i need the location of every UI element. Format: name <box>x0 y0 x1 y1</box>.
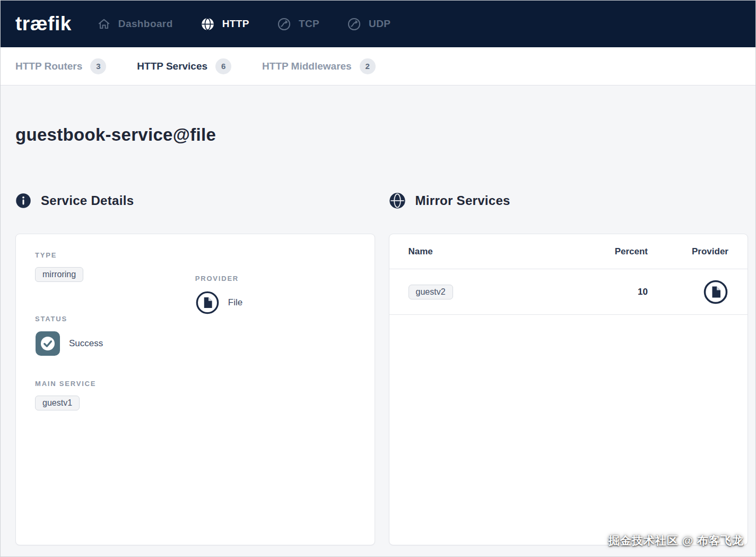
globe-icon <box>389 192 406 209</box>
cards-row: TYPE mirroring PROVIDER <box>15 234 748 545</box>
mirror-services-card: Name Percent Provider guestv2 10 <box>389 234 749 545</box>
provider-field: PROVIDER File <box>195 275 355 315</box>
home-icon <box>97 17 111 31</box>
count-badge: 6 <box>215 58 231 74</box>
table-row[interactable]: guestv2 10 <box>389 269 748 315</box>
tab-label: HTTP Middlewares <box>262 61 352 72</box>
globe-icon <box>201 17 215 31</box>
service-details-card: TYPE mirroring PROVIDER <box>15 234 375 545</box>
main-content: guestbook-service@file Service Details <box>1 85 755 556</box>
status-label: STATUS <box>35 315 355 323</box>
section-headings-row: Service Details Mirror Services <box>15 192 748 210</box>
nav-item-label: HTTP <box>222 18 249 30</box>
nav-item-label: Dashboard <box>118 18 173 30</box>
type-value-chip: mirroring <box>35 267 83 282</box>
column-header-name: Name <box>409 246 595 257</box>
mirror-services-title: Mirror Services <box>415 193 510 208</box>
nav-item-dashboard[interactable]: Dashboard <box>97 17 173 31</box>
tab-http-routers[interactable]: HTTP Routers 3 <box>15 58 106 74</box>
mirror-percent-value: 10 <box>595 287 648 297</box>
tab-label: HTTP Services <box>137 61 207 72</box>
count-badge: 3 <box>90 58 106 74</box>
count-badge: 2 <box>360 58 376 74</box>
service-details-title: Service Details <box>41 193 134 208</box>
nav-item-udp[interactable]: UDP <box>347 17 390 31</box>
nav-item-label: TCP <box>299 18 319 30</box>
info-icon <box>15 193 31 209</box>
status-field: STATUS Success <box>35 315 355 356</box>
traefik-logo[interactable]: træfik <box>15 13 72 35</box>
type-field: TYPE mirroring <box>35 251 195 315</box>
mirror-services-heading: Mirror Services <box>389 192 749 210</box>
nav-item-tcp[interactable]: TCP <box>277 17 319 31</box>
main-service-field: MAIN SERVICE guestv1 <box>35 380 355 410</box>
nav-item-label: UDP <box>369 18 390 30</box>
main-service-value-chip: guestv1 <box>35 396 80 410</box>
type-provider-row: TYPE mirroring PROVIDER <box>35 251 355 315</box>
main-service-label: MAIN SERVICE <box>35 380 355 388</box>
tab-http-services[interactable]: HTTP Services 6 <box>137 58 231 74</box>
file-provider-icon <box>195 290 220 315</box>
main-nav: Dashboard HTTP <box>97 17 391 31</box>
type-label: TYPE <box>35 251 195 259</box>
traefik-app: træfik Dashboard <box>0 0 756 557</box>
http-section-tabs: HTTP Routers 3 HTTP Services 6 HTTP Midd… <box>1 47 755 85</box>
page-title: guestbook-service@file <box>15 125 748 145</box>
file-provider-icon <box>703 279 728 305</box>
column-header-provider: Provider <box>648 246 728 257</box>
provider-label: PROVIDER <box>195 275 355 282</box>
service-details-heading: Service Details <box>15 192 375 210</box>
top-navbar: træfik Dashboard <box>1 1 755 47</box>
table-header: Name Percent Provider <box>389 234 748 269</box>
provider-value: File <box>228 297 242 308</box>
success-check-icon <box>35 331 60 356</box>
column-header-percent: Percent <box>595 246 648 257</box>
tab-http-middlewares[interactable]: HTTP Middlewares 2 <box>262 58 376 74</box>
status-value: Success <box>69 338 103 349</box>
mirror-name-chip: guestv2 <box>409 285 453 299</box>
tab-label: HTTP Routers <box>15 61 82 72</box>
swap-icon <box>277 17 291 31</box>
nav-item-http[interactable]: HTTP <box>201 17 249 31</box>
swap-icon <box>347 17 361 31</box>
